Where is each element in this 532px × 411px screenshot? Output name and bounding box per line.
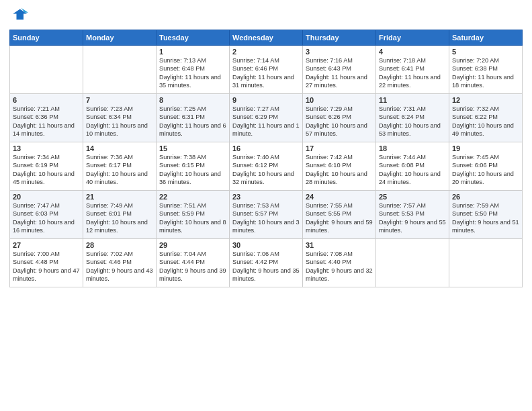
calendar-cell: 29Sunrise: 7:04 AM Sunset: 4:44 PM Dayli… xyxy=(157,239,230,287)
calendar-cell: 22Sunrise: 7:51 AM Sunset: 5:59 PM Dayli… xyxy=(157,191,230,239)
day-number: 19 xyxy=(452,144,519,152)
calendar-header-row: SundayMondayTuesdayWednesdayThursdayFrid… xyxy=(10,30,523,46)
col-header-wednesday: Wednesday xyxy=(230,30,303,46)
day-number: 11 xyxy=(379,96,446,104)
calendar-cell: 21Sunrise: 7:49 AM Sunset: 6:01 PM Dayli… xyxy=(83,191,157,239)
day-info: Sunrise: 7:27 AM Sunset: 6:29 PM Dayligh… xyxy=(232,105,300,138)
day-number: 21 xyxy=(86,193,153,201)
day-number: 29 xyxy=(159,241,226,249)
week-row-2: 6Sunrise: 7:21 AM Sunset: 6:36 PM Daylig… xyxy=(10,94,523,142)
day-info: Sunrise: 7:21 AM Sunset: 6:36 PM Dayligh… xyxy=(13,105,80,138)
day-info: Sunrise: 7:36 AM Sunset: 6:17 PM Dayligh… xyxy=(86,153,153,187)
calendar-cell: 10Sunrise: 7:29 AM Sunset: 6:26 PM Dayli… xyxy=(303,94,376,142)
day-info: Sunrise: 7:49 AM Sunset: 6:01 PM Dayligh… xyxy=(86,201,153,235)
calendar-cell: 11Sunrise: 7:31 AM Sunset: 6:24 PM Dayli… xyxy=(376,94,449,142)
day-number: 15 xyxy=(159,144,226,152)
day-info: Sunrise: 7:31 AM Sunset: 6:24 PM Dayligh… xyxy=(379,105,446,138)
calendar-cell: 13Sunrise: 7:34 AM Sunset: 6:19 PM Dayli… xyxy=(10,142,83,191)
calendar-cell: 2Sunrise: 7:14 AM Sunset: 6:46 PM Daylig… xyxy=(230,46,303,94)
calendar-cell: 12Sunrise: 7:32 AM Sunset: 6:22 PM Dayli… xyxy=(449,94,523,142)
calendar-cell: 26Sunrise: 7:59 AM Sunset: 5:50 PM Dayli… xyxy=(449,191,523,239)
day-info: Sunrise: 7:23 AM Sunset: 6:34 PM Dayligh… xyxy=(86,105,153,138)
day-info: Sunrise: 7:45 AM Sunset: 6:06 PM Dayligh… xyxy=(452,153,519,187)
week-row-4: 20Sunrise: 7:47 AM Sunset: 6:03 PM Dayli… xyxy=(10,191,523,239)
day-info: Sunrise: 7:53 AM Sunset: 5:57 PM Dayligh… xyxy=(232,201,300,235)
calendar-cell: 25Sunrise: 7:57 AM Sunset: 5:53 PM Dayli… xyxy=(376,191,449,239)
day-number: 9 xyxy=(232,96,300,104)
day-info: Sunrise: 7:44 AM Sunset: 6:08 PM Dayligh… xyxy=(379,153,446,187)
calendar-cell xyxy=(83,46,157,94)
col-header-thursday: Thursday xyxy=(303,30,376,46)
day-number: 25 xyxy=(379,193,446,201)
day-number: 7 xyxy=(86,96,153,104)
calendar-cell: 31Sunrise: 7:08 AM Sunset: 4:40 PM Dayli… xyxy=(303,239,376,287)
calendar-cell: 8Sunrise: 7:25 AM Sunset: 6:31 PM Daylig… xyxy=(157,94,230,142)
day-info: Sunrise: 7:08 AM Sunset: 4:40 PM Dayligh… xyxy=(306,250,373,283)
day-number: 10 xyxy=(306,96,373,104)
day-number: 3 xyxy=(306,48,373,56)
day-number: 14 xyxy=(86,144,153,152)
day-number: 27 xyxy=(13,241,80,249)
day-info: Sunrise: 7:47 AM Sunset: 6:03 PM Dayligh… xyxy=(13,201,80,235)
calendar-cell: 30Sunrise: 7:06 AM Sunset: 4:42 PM Dayli… xyxy=(230,239,303,287)
day-info: Sunrise: 7:57 AM Sunset: 5:53 PM Dayligh… xyxy=(379,201,446,235)
day-number: 17 xyxy=(306,144,373,152)
day-info: Sunrise: 7:25 AM Sunset: 6:31 PM Dayligh… xyxy=(159,105,226,138)
calendar-cell: 6Sunrise: 7:21 AM Sunset: 6:36 PM Daylig… xyxy=(10,94,83,142)
calendar-cell: 16Sunrise: 7:40 AM Sunset: 6:12 PM Dayli… xyxy=(230,142,303,191)
day-number: 6 xyxy=(13,96,80,104)
calendar-cell: 7Sunrise: 7:23 AM Sunset: 6:34 PM Daylig… xyxy=(83,94,157,142)
day-info: Sunrise: 7:20 AM Sunset: 6:38 PM Dayligh… xyxy=(452,56,519,90)
day-number: 26 xyxy=(452,193,519,201)
calendar-cell: 19Sunrise: 7:45 AM Sunset: 6:06 PM Dayli… xyxy=(449,142,523,191)
calendar-cell: 5Sunrise: 7:20 AM Sunset: 6:38 PM Daylig… xyxy=(449,46,523,94)
day-number: 24 xyxy=(306,193,373,201)
col-header-monday: Monday xyxy=(83,30,157,46)
calendar-cell: 24Sunrise: 7:55 AM Sunset: 5:55 PM Dayli… xyxy=(303,191,376,239)
calendar-cell: 4Sunrise: 7:18 AM Sunset: 6:41 PM Daylig… xyxy=(376,46,449,94)
day-number: 8 xyxy=(159,96,226,104)
day-number: 12 xyxy=(452,96,519,104)
day-number: 18 xyxy=(379,144,446,152)
day-number: 23 xyxy=(232,193,300,201)
day-info: Sunrise: 7:42 AM Sunset: 6:10 PM Dayligh… xyxy=(306,153,373,187)
calendar-cell: 18Sunrise: 7:44 AM Sunset: 6:08 PM Dayli… xyxy=(376,142,449,191)
logo xyxy=(9,7,31,26)
day-info: Sunrise: 7:34 AM Sunset: 6:19 PM Dayligh… xyxy=(13,153,80,187)
calendar-table: SundayMondayTuesdayWednesdayThursdayFrid… xyxy=(9,30,523,287)
page: SundayMondayTuesdayWednesdayThursdayFrid… xyxy=(0,0,532,411)
calendar-cell: 23Sunrise: 7:53 AM Sunset: 5:57 PM Dayli… xyxy=(230,191,303,239)
day-info: Sunrise: 7:00 AM Sunset: 4:48 PM Dayligh… xyxy=(13,250,80,283)
day-info: Sunrise: 7:04 AM Sunset: 4:44 PM Dayligh… xyxy=(159,250,226,283)
day-info: Sunrise: 7:29 AM Sunset: 6:26 PM Dayligh… xyxy=(306,105,373,138)
week-row-3: 13Sunrise: 7:34 AM Sunset: 6:19 PM Dayli… xyxy=(10,142,523,191)
calendar-cell: 9Sunrise: 7:27 AM Sunset: 6:29 PM Daylig… xyxy=(230,94,303,142)
col-header-sunday: Sunday xyxy=(10,30,83,46)
day-number: 31 xyxy=(306,241,373,249)
day-info: Sunrise: 7:13 AM Sunset: 6:48 PM Dayligh… xyxy=(159,56,226,90)
col-header-tuesday: Tuesday xyxy=(157,30,230,46)
day-info: Sunrise: 7:32 AM Sunset: 6:22 PM Dayligh… xyxy=(452,105,519,138)
calendar-cell xyxy=(376,239,449,287)
day-info: Sunrise: 7:06 AM Sunset: 4:42 PM Dayligh… xyxy=(232,250,300,283)
week-row-5: 27Sunrise: 7:00 AM Sunset: 4:48 PM Dayli… xyxy=(10,239,523,287)
day-info: Sunrise: 7:51 AM Sunset: 5:59 PM Dayligh… xyxy=(159,201,226,235)
calendar-cell: 3Sunrise: 7:16 AM Sunset: 6:43 PM Daylig… xyxy=(303,46,376,94)
day-number: 4 xyxy=(379,48,446,56)
day-number: 22 xyxy=(159,193,226,201)
day-number: 13 xyxy=(13,144,80,152)
day-info: Sunrise: 7:40 AM Sunset: 6:12 PM Dayligh… xyxy=(232,153,300,187)
day-info: Sunrise: 7:14 AM Sunset: 6:46 PM Dayligh… xyxy=(232,56,300,90)
day-number: 2 xyxy=(232,48,300,56)
day-number: 1 xyxy=(159,48,226,56)
calendar-cell: 20Sunrise: 7:47 AM Sunset: 6:03 PM Dayli… xyxy=(10,191,83,239)
day-info: Sunrise: 7:02 AM Sunset: 4:46 PM Dayligh… xyxy=(86,250,153,283)
calendar-cell: 27Sunrise: 7:00 AM Sunset: 4:48 PM Dayli… xyxy=(10,239,83,287)
col-header-friday: Friday xyxy=(376,30,449,46)
calendar-cell xyxy=(449,239,523,287)
calendar-cell: 1Sunrise: 7:13 AM Sunset: 6:48 PM Daylig… xyxy=(157,46,230,94)
day-number: 30 xyxy=(232,241,300,249)
week-row-1: 1Sunrise: 7:13 AM Sunset: 6:48 PM Daylig… xyxy=(10,46,523,94)
day-info: Sunrise: 7:55 AM Sunset: 5:55 PM Dayligh… xyxy=(306,201,373,235)
header xyxy=(9,7,523,26)
